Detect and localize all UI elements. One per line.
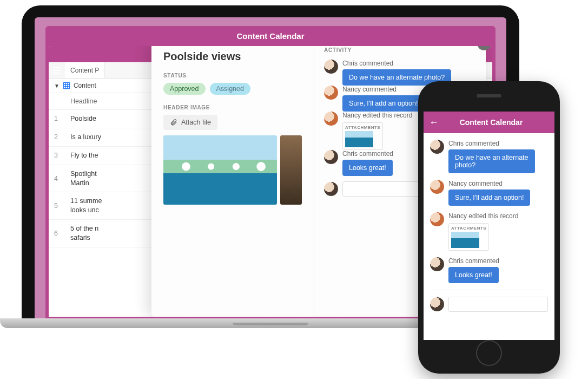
attachments-label: ATTACHMENTS — [345, 125, 380, 130]
header-image-label: HEADER IMAGE — [163, 104, 302, 110]
activity-title: Nancy edited this record — [448, 212, 548, 220]
grid-icon — [63, 82, 70, 89]
attachment-thumbnail[interactable] — [163, 135, 277, 205]
hamburger-icon[interactable] — [49, 67, 65, 74]
svg-rect-4 — [63, 82, 69, 88]
activity-entry: Nancy commentedSure, I'll add an option! — [430, 180, 548, 206]
avatar — [430, 257, 444, 271]
phone-header: ← Content Calendar — [424, 112, 554, 133]
attachments-label: ATTACHMENTS — [451, 226, 486, 231]
laptop-notch — [233, 323, 308, 325]
avatar — [430, 140, 444, 154]
attachment-thumbnail — [451, 232, 479, 248]
phone-screen: ← Content Calendar Chris commentedDo we … — [424, 112, 554, 340]
paperclip-icon — [170, 119, 177, 126]
view-name: Content — [74, 82, 96, 89]
app-title-bar: Content Calendar — [45, 26, 495, 46]
avatar — [324, 112, 338, 126]
activity-title: Chris commented — [448, 257, 548, 265]
row-number: 2 — [54, 133, 70, 141]
comment-bubble: Sure, I'll add an option! — [448, 190, 530, 206]
chevron-down-icon: ▼ — [54, 83, 60, 89]
attachment-card[interactable]: ATTACHMENTS — [342, 122, 383, 150]
activity-title: Chris commented — [342, 60, 476, 67]
comment-input[interactable] — [448, 297, 548, 312]
attach-file-button[interactable]: Attach file — [163, 115, 217, 130]
activity-entry: Nancy edited this recordATTACHMENTS — [430, 212, 548, 251]
close-icon: ✕ — [481, 46, 487, 48]
avatar — [324, 182, 338, 196]
comment-bubble: Do we have an alternate photo? — [448, 149, 535, 173]
status-label: STATUS — [163, 73, 302, 79]
tag-approved[interactable]: Approved — [163, 83, 206, 95]
phone-frame: ← Content Calendar Chris commentedDo we … — [418, 81, 560, 374]
attachment-card[interactable]: ATTACHMENTS — [448, 223, 489, 251]
avatar — [324, 86, 338, 100]
row-number: 5 — [54, 202, 70, 210]
phone-activity-feed: Chris commentedDo we have an alternate p… — [424, 133, 554, 340]
avatar — [430, 297, 444, 311]
image-attachments — [163, 135, 302, 205]
avatar — [324, 60, 338, 74]
avatar — [324, 150, 338, 164]
tag-assigned[interactable]: Assigned — [210, 83, 250, 95]
row-number: 6 — [54, 230, 70, 237]
comment-bubble: Sure, I'll add an option! — [342, 95, 424, 112]
record-title: Poolside views — [163, 50, 302, 63]
phone-title: Content Calendar — [433, 118, 549, 127]
activity-title: Chris commented — [448, 140, 548, 147]
comment-bubble: Looks great! — [342, 160, 393, 176]
comment-bubble: Looks great! — [448, 267, 499, 283]
activity-label: ACTIVITY — [324, 47, 476, 53]
avatar — [430, 180, 444, 194]
attach-label: Attach file — [181, 119, 211, 126]
attachment-thumbnail[interactable] — [280, 135, 302, 205]
attachment-thumbnail — [345, 131, 373, 147]
app-title: Content Calendar — [236, 31, 304, 41]
row-number: 3 — [54, 152, 70, 159]
row-number: 1 — [54, 115, 70, 122]
comment-composer — [430, 297, 548, 312]
record-details: Poolside views STATUS Approved Assigned … — [151, 46, 314, 317]
table-tab[interactable]: Content P — [65, 62, 105, 78]
avatar — [430, 212, 444, 226]
row-number: 4 — [54, 175, 70, 182]
activity-entry: Chris commentedLooks great! — [430, 257, 548, 283]
activity-title: Nancy commented — [448, 180, 548, 187]
activity-entry: Chris commentedDo we have an alternate p… — [430, 140, 548, 173]
